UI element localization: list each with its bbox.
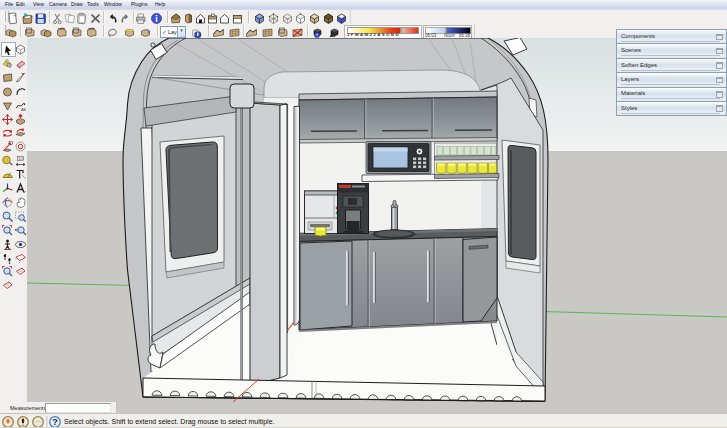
svg-text:?: ? — [52, 417, 58, 427]
svg-text:as: as — [21, 106, 27, 111]
svg-text:3.5: 3.5 — [18, 157, 23, 161]
